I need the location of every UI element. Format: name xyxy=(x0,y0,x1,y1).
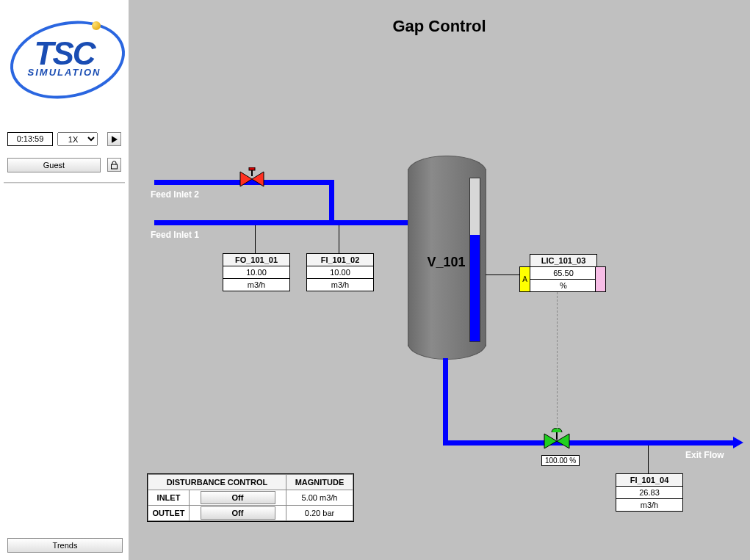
tag-unit: % xyxy=(530,280,596,291)
dist-row-label: OUTLET xyxy=(148,506,190,521)
label-feed1: Feed Inlet 1 xyxy=(151,230,199,240)
level-gauge xyxy=(469,178,480,342)
conn-fi4 xyxy=(648,446,649,473)
instrument-fo[interactable]: FO_101_01 10.00 m3/h xyxy=(223,253,290,291)
tag-unit: m3/h xyxy=(223,279,289,291)
vessel: V_101 xyxy=(408,156,485,360)
svg-marker-7 xyxy=(544,434,557,448)
svg-rect-1 xyxy=(112,164,118,169)
lic-mode-tab[interactable]: A xyxy=(519,266,530,292)
speed-select[interactable]: 1X xyxy=(57,132,98,146)
signal-line xyxy=(557,292,558,430)
tag-unit: m3/h xyxy=(616,499,682,511)
valve-output: 100.00 % xyxy=(541,455,580,466)
label-exit: Exit Flow xyxy=(685,450,724,460)
label-feed2: Feed Inlet 2 xyxy=(151,189,199,200)
dist-inlet-toggle[interactable]: Off xyxy=(201,491,275,504)
instrument-fi2[interactable]: FI_101_02 10.00 m3/h xyxy=(306,253,374,291)
pipe-out-h xyxy=(443,440,737,446)
page-title: Gap Control xyxy=(129,17,750,36)
tag-value: 65.50 xyxy=(530,267,596,280)
user-button[interactable]: Guest xyxy=(7,158,101,172)
play-button[interactable] xyxy=(107,132,121,146)
lock-icon xyxy=(110,161,118,170)
svg-marker-5 xyxy=(252,172,264,186)
trends-button[interactable]: Trends xyxy=(7,538,123,553)
pipe-feed1 xyxy=(154,220,415,225)
tag-label: LIC_101_03 xyxy=(530,255,596,267)
dist-outlet-toggle[interactable]: Off xyxy=(201,506,275,520)
dist-col2: MAGNITUDE xyxy=(286,475,353,490)
arrow-exit xyxy=(733,437,743,448)
tag-label: FI_101_04 xyxy=(616,474,682,487)
dist-inlet-mag: 5.00 m3/h xyxy=(286,490,353,506)
disturbance-panel: DISTURBANCE CONTROL MAGNITUDE INLET Off … xyxy=(147,473,354,522)
svg-marker-0 xyxy=(112,136,118,143)
svg-rect-2 xyxy=(249,167,255,170)
tag-value: 10.00 xyxy=(223,266,289,279)
lic-alarm-tab[interactable] xyxy=(595,266,606,292)
dist-row-inlet: INLET Off 5.00 m3/h xyxy=(148,490,353,506)
tag-label: FI_101_02 xyxy=(307,254,373,266)
svg-marker-4 xyxy=(240,172,252,186)
play-icon xyxy=(112,136,118,143)
manual-valve[interactable] xyxy=(239,167,265,188)
sim-time-display: 0:13:59 xyxy=(7,132,53,146)
tag-value: 26.83 xyxy=(616,487,682,499)
tag-label: FO_101_01 xyxy=(223,254,289,266)
tag-unit: m3/h xyxy=(307,279,373,291)
lock-button[interactable] xyxy=(107,158,121,172)
dist-col1: DISTURBANCE CONTROL xyxy=(148,475,286,490)
pipe-feed2-v xyxy=(329,180,334,224)
conn-fi2 xyxy=(339,225,339,253)
dist-outlet-mag: 0.20 bar xyxy=(286,506,353,521)
control-valve[interactable] xyxy=(542,428,571,451)
instrument-fi4[interactable]: FI_101_04 26.83 m3/h xyxy=(616,473,683,512)
conn-fo xyxy=(255,225,256,253)
dist-row-outlet: OUTLET Off 0.20 bar xyxy=(148,506,353,521)
instrument-lic[interactable]: A LIC_101_03 65.50 % xyxy=(530,254,596,292)
tsc-logo: TSC SIMULATION xyxy=(4,4,125,114)
dist-row-label: INLET xyxy=(148,490,190,506)
svg-marker-8 xyxy=(557,434,569,448)
sidebar-divider xyxy=(4,182,125,183)
pipe-out-v xyxy=(443,358,448,444)
tag-value: 10.00 xyxy=(307,266,373,279)
